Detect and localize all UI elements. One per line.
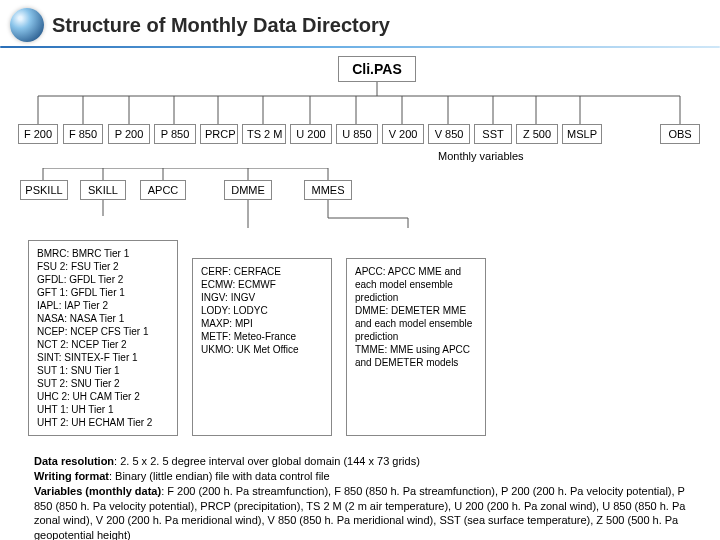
note-text: : Binary (little endian) file with data … (109, 470, 330, 482)
page-title: Structure of Monthly Data Directory (52, 14, 390, 37)
li: INGV: INGV (201, 291, 323, 304)
tree-top: Cli.PAS F 200 F 850 P 200 P 850 PRCP TS … (8, 56, 712, 166)
note-line-2: Writing format: Binary (little endian) f… (34, 469, 702, 484)
li: UHT 1: UH Tier 1 (37, 403, 169, 416)
note-label: Variables (monthly data) (34, 485, 161, 497)
li: LODY: LODYC (201, 304, 323, 317)
li: BMRC: BMRC Tier 1 (37, 247, 169, 260)
var-z500: Z 500 (516, 124, 558, 144)
sec-skill: SKILL (80, 180, 126, 200)
var-p200: P 200 (108, 124, 150, 144)
tree-second: PSKILL SKILL APCC DMME MMES (8, 168, 712, 204)
title-underline (0, 46, 720, 48)
li: ECMW: ECMWF (201, 278, 323, 291)
var-ts2m: TS 2 M (242, 124, 286, 144)
note-line-3: Variables (monthly data): F 200 (200 h. … (34, 484, 702, 540)
note-line-1: Data resolution: 2. 5 x 2. 5 degree inte… (34, 454, 702, 469)
notes: Data resolution: 2. 5 x 2. 5 degree inte… (34, 454, 702, 540)
sec-pskill: PSKILL (20, 180, 68, 200)
sec-dmme: DMME (224, 180, 272, 200)
li: FSU 2: FSU Tier 2 (37, 260, 169, 273)
obs-node: OBS (660, 124, 700, 144)
li: TMME: MME using APCC and DEMETER models (355, 343, 477, 369)
monthly-variables-label: Monthly variables (438, 150, 524, 162)
li: UHT 2: UH ECHAM Tier 2 (37, 416, 169, 429)
box-models-demeter: CERF: CERFACE ECMW: ECMWF INGV: INGV LOD… (192, 258, 332, 436)
li: SUT 1: SNU Tier 1 (37, 364, 169, 377)
var-v850: V 850 (428, 124, 470, 144)
note-label: Data resolution (34, 455, 114, 467)
li: GFDL: GFDL Tier 2 (37, 273, 169, 286)
description-row: BMRC: BMRC Tier 1 FSU 2: FSU Tier 2 GFDL… (28, 240, 712, 436)
li: IAPL: IAP Tier 2 (37, 299, 169, 312)
var-u200: U 200 (290, 124, 332, 144)
li: METF: Meteo-France (201, 330, 323, 343)
li: DMME: DEMETER MME and each model ensembl… (355, 304, 477, 343)
note-text: : 2. 5 x 2. 5 degree interval over globa… (114, 455, 420, 467)
li: SINT: SINTEX-F Tier 1 (37, 351, 169, 364)
var-f200: F 200 (18, 124, 58, 144)
globe-icon (10, 8, 44, 42)
li: UHC 2: UH CAM Tier 2 (37, 390, 169, 403)
root-node: Cli.PAS (338, 56, 416, 82)
slide-content: Cli.PAS F 200 F 850 P 200 P 850 PRCP TS … (0, 56, 720, 540)
sec-apcc: APCC (140, 180, 186, 200)
li: NCT 2: NCEP Tier 2 (37, 338, 169, 351)
li: APCC: APCC MME and each model ensemble p… (355, 265, 477, 304)
var-f850: F 850 (63, 124, 103, 144)
var-mslp: MSLP (562, 124, 602, 144)
li: GFT 1: GFDL Tier 1 (37, 286, 169, 299)
li: MAXP: MPI (201, 317, 323, 330)
li: CERF: CERFACE (201, 265, 323, 278)
li: NASA: NASA Tier 1 (37, 312, 169, 325)
box-models-apcc: BMRC: BMRC Tier 1 FSU 2: FSU Tier 2 GFDL… (28, 240, 178, 436)
sec-mmes: MMES (304, 180, 352, 200)
li: UKMO: UK Met Office (201, 343, 323, 356)
var-v200: V 200 (382, 124, 424, 144)
header: Structure of Monthly Data Directory (0, 0, 720, 46)
var-u850: U 850 (336, 124, 378, 144)
var-p850: P 850 (154, 124, 196, 144)
li: NCEP: NCEP CFS Tier 1 (37, 325, 169, 338)
li: SUT 2: SNU Tier 2 (37, 377, 169, 390)
note-label: Writing format (34, 470, 109, 482)
box-mme-defs: APCC: APCC MME and each model ensemble p… (346, 258, 486, 436)
var-sst: SST (474, 124, 512, 144)
var-prcp: PRCP (200, 124, 238, 144)
